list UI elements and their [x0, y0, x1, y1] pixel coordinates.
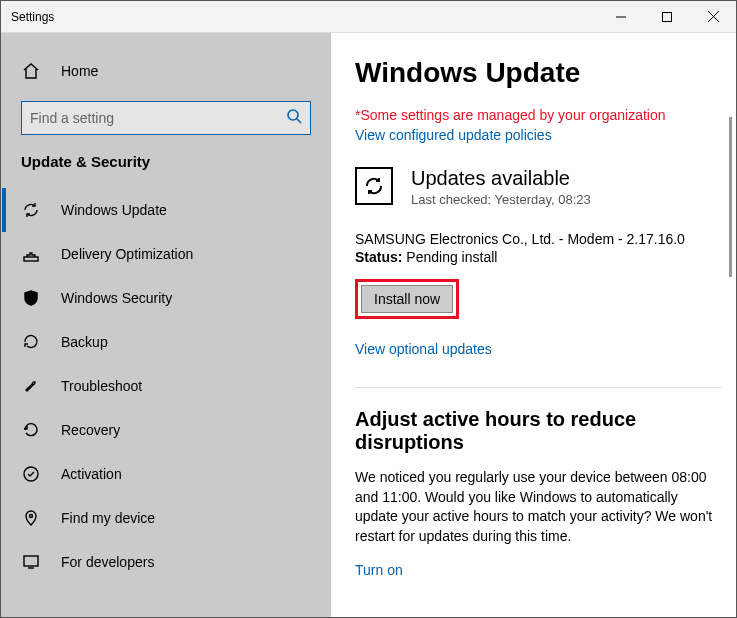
close-button[interactable] — [690, 1, 736, 33]
status-value: Pending install — [402, 249, 497, 265]
sync-icon — [21, 200, 41, 220]
svg-rect-1 — [663, 12, 672, 21]
home-icon — [21, 61, 41, 81]
backup-icon — [21, 332, 41, 352]
svg-point-4 — [288, 110, 298, 120]
sidebar-item-label: Delivery Optimization — [61, 246, 193, 262]
wrench-icon — [21, 376, 41, 396]
sidebar-item-label: Find my device — [61, 510, 155, 526]
activation-icon — [21, 464, 41, 484]
sidebar-item-label: Backup — [61, 334, 108, 350]
sidebar-item-for-developers[interactable]: For developers — [1, 540, 331, 584]
home-label: Home — [61, 63, 98, 79]
install-highlight: Install now — [355, 279, 459, 319]
active-indicator — [2, 188, 6, 232]
recovery-icon — [21, 420, 41, 440]
sidebar-item-windows-security[interactable]: Windows Security — [1, 276, 331, 320]
sidebar-item-label: Activation — [61, 466, 122, 482]
sidebar-heading: Update & Security — [1, 153, 331, 188]
home-nav[interactable]: Home — [1, 51, 331, 91]
sidebar-item-label: Windows Update — [61, 202, 167, 218]
sidebar-item-find-my-device[interactable]: Find my device — [1, 496, 331, 540]
sidebar-item-label: Windows Security — [61, 290, 172, 306]
turn-on-link[interactable]: Turn on — [355, 562, 722, 578]
minimize-button[interactable] — [598, 1, 644, 33]
view-optional-updates-link[interactable]: View optional updates — [355, 341, 722, 357]
svg-point-8 — [30, 515, 33, 518]
sidebar-item-troubleshoot[interactable]: Troubleshoot — [1, 364, 331, 408]
shield-icon — [21, 288, 41, 308]
update-item: SAMSUNG Electronics Co., Ltd. - Modem - … — [355, 231, 722, 247]
sidebar-item-backup[interactable]: Backup — [1, 320, 331, 364]
managed-notice: *Some settings are managed by your organ… — [355, 107, 722, 123]
sidebar-item-windows-update[interactable]: Windows Update — [1, 188, 331, 232]
last-checked: Last checked: Yesterday, 08:23 — [411, 192, 591, 207]
active-hours-heading: Adjust active hours to reduce disruption… — [355, 408, 722, 454]
maximize-button[interactable] — [644, 1, 690, 33]
sidebar-item-activation[interactable]: Activation — [1, 452, 331, 496]
location-icon — [21, 508, 41, 528]
delivery-icon — [21, 244, 41, 264]
update-status: Status: Pending install — [355, 249, 722, 265]
window-title: Settings — [11, 10, 54, 24]
updates-available-heading: Updates available — [411, 167, 591, 190]
sidebar-item-label: For developers — [61, 554, 154, 570]
page-title: Windows Update — [355, 57, 722, 89]
update-status-icon — [355, 167, 393, 205]
svg-rect-9 — [24, 556, 38, 566]
sidebar-item-label: Recovery — [61, 422, 120, 438]
svg-line-5 — [297, 119, 301, 123]
sidebar-item-recovery[interactable]: Recovery — [1, 408, 331, 452]
search-input[interactable] — [30, 110, 286, 126]
developers-icon — [21, 552, 41, 572]
search-box[interactable] — [21, 101, 311, 135]
status-label: Status: — [355, 249, 402, 265]
sidebar-item-delivery-optimization[interactable]: Delivery Optimization — [1, 232, 331, 276]
sidebar: Home Update & Security Windows Update De… — [1, 33, 331, 618]
view-policies-link[interactable]: View configured update policies — [355, 127, 722, 143]
titlebar: Settings — [1, 1, 736, 33]
svg-point-7 — [24, 467, 38, 481]
svg-rect-6 — [24, 257, 38, 261]
main-panel: Windows Update *Some settings are manage… — [331, 33, 736, 618]
scrollbar[interactable] — [729, 117, 732, 277]
divider — [355, 387, 722, 388]
search-icon — [286, 108, 302, 128]
install-now-button[interactable]: Install now — [361, 285, 453, 313]
active-hours-text: We noticed you regularly use your device… — [355, 468, 722, 546]
sidebar-item-label: Troubleshoot — [61, 378, 142, 394]
